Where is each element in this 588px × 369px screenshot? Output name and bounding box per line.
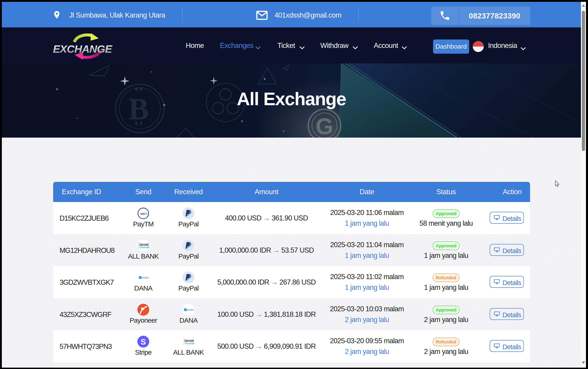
svg-text:DANA: DANA	[187, 308, 194, 311]
svg-text:S: S	[141, 337, 146, 346]
svg-text:DANA: DANA	[142, 276, 149, 279]
svg-text:TRANSFER: TRANSFER	[139, 246, 149, 248]
svg-text:BANK: BANK	[141, 243, 149, 246]
svg-text:EXCHANGE: EXCHANGE	[53, 43, 112, 55]
svg-text:tm: tm	[144, 212, 148, 215]
svg-text:BANK: BANK	[186, 339, 194, 343]
svg-text:G: G	[315, 113, 333, 138]
